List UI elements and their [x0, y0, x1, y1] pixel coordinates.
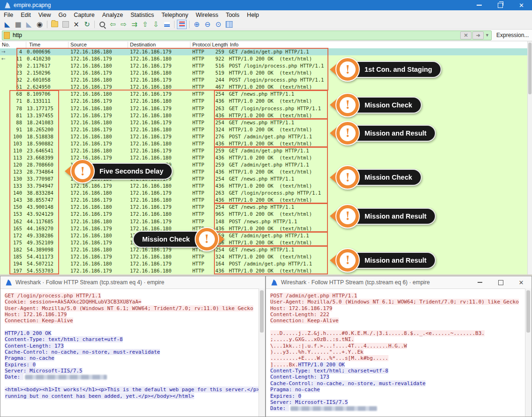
packet-row[interactable]: 718.133111172.16.186.179172.16.186.180HT…: [0, 98, 527, 105]
menu-capture[interactable]: Capture: [70, 10, 98, 19]
packet-row[interactable]: 232.150296172.16.186.179172.16.186.180HT…: [0, 69, 527, 76]
zoom-in-icon[interactable]: ⊕: [192, 20, 202, 29]
stream-scrollbar[interactable]: [258, 288, 265, 417]
expression-button[interactable]: Expression...: [496, 32, 529, 38]
packet-list-header[interactable]: No.TimeSourceDestinationProtocolLengthIn…: [0, 41, 532, 49]
display-filter-input[interactable]: http ✕ ➜ ▼: [2, 30, 492, 40]
column-divider[interactable]: [228, 42, 228, 49]
column-header-info[interactable]: Info: [230, 42, 238, 47]
go-to-packet-icon[interactable]: ⇉: [129, 20, 139, 29]
menu-telephony[interactable]: Telephony: [158, 10, 192, 19]
zoom-out-icon[interactable]: ⊖: [203, 20, 213, 29]
packet-row[interactable]: 13033.770987172.16.186.180172.16.186.179…: [0, 175, 527, 182]
packet-list-scrollbar[interactable]: [527, 41, 532, 274]
column-header-source[interactable]: Source: [70, 42, 87, 47]
column-header-length[interactable]: Length: [212, 42, 228, 47]
menu-view[interactable]: View: [35, 10, 55, 19]
packet-row[interactable]: 322.601058172.16.186.180172.16.186.179HT…: [0, 76, 527, 83]
column-divider[interactable]: [211, 42, 211, 49]
packet-row[interactable]: 13333.794947172.16.186.179172.16.186.180…: [0, 182, 527, 190]
stream-line: ...D.....j..Z.&j.h.....#0.K.E.M./.|3.i..…: [270, 330, 525, 336]
stream-line: Content-Type: text/html; charset=utf-8: [270, 368, 525, 374]
menu-file[interactable]: File: [0, 10, 17, 19]
menu-edit[interactable]: Edit: [17, 10, 35, 19]
packet-row[interactable]: 18254.389098172.16.186.180172.16.186.179…: [0, 246, 527, 253]
cell-no: 143: [0, 197, 22, 203]
column-header-no[interactable]: No.: [2, 42, 10, 47]
filter-apply-icon[interactable]: ➜: [472, 31, 484, 39]
find-packet-icon[interactable]: [97, 20, 107, 29]
menu-wireless[interactable]: Wireless: [192, 10, 222, 19]
capture-options-icon[interactable]: ◉: [35, 20, 45, 29]
menu-tools[interactable]: Tools: [222, 10, 243, 19]
packet-row[interactable]: 202.117617172.16.186.180172.16.186.179HT…: [0, 62, 527, 69]
stream-title-bar[interactable]: Wireshark · Follow HTTP Stream (tcp.stre…: [0, 276, 265, 289]
menu-statistics[interactable]: Statistics: [127, 10, 158, 19]
packet-row[interactable]: 10018.518838172.16.186.180172.16.186.179…: [0, 133, 527, 140]
stream-title-bar[interactable]: Wireshark · Follow HTTP Stream (tcp.stre…: [266, 276, 532, 289]
packet-row[interactable]: 612.624950172.16.186.179172.16.186.180HT…: [0, 83, 527, 91]
menu-analyze[interactable]: Analyze: [99, 10, 127, 19]
save-file-icon[interactable]: [61, 20, 70, 29]
column-header-destination[interactable]: Destination: [130, 42, 156, 47]
stream-content[interactable]: GET /login/process.php HTTP/1.1Cookie: s…: [0, 288, 259, 417]
minimize-button[interactable]: [469, 0, 490, 10]
packet-row[interactable]: 688.109706172.16.186.180172.16.186.179HT…: [0, 91, 527, 98]
packet-row[interactable]: 17549.352109172.16.186.179172.16.186.180…: [0, 239, 527, 246]
stream-close-button[interactable]: ✕: [511, 276, 532, 288]
packet-row[interactable]: 16244.117685172.16.186.180172.16.186.179…: [0, 218, 527, 225]
packet-row[interactable]: 8113.197455172.16.186.179172.16.186.180H…: [0, 112, 527, 119]
packet-row[interactable]: 16544.169270172.16.186.179172.16.186.180…: [0, 225, 527, 232]
start-capture-icon[interactable]: ◣: [2, 20, 12, 29]
packet-row[interactable]: 17249.338286172.16.186.180172.16.186.179…: [0, 232, 527, 239]
column-divider[interactable]: [190, 42, 190, 49]
zoom-reset-icon[interactable]: ⊙: [213, 20, 223, 29]
packet-row[interactable]: 12028.708660172.16.186.180172.16.186.179…: [0, 161, 527, 168]
go-down-icon[interactable]: ⇩: [151, 20, 161, 29]
column-divider[interactable]: [128, 42, 128, 49]
restore-button[interactable]: [490, 0, 511, 10]
stream-scrollbar[interactable]: [525, 288, 532, 417]
menu-go[interactable]: Go: [55, 10, 70, 19]
filter-clear-icon[interactable]: ✕: [460, 31, 471, 39]
stream-content[interactable]: POST /admin/get.php HTTP/1.1User-Agent: …: [266, 288, 525, 417]
packet-row[interactable]: 14338.855747172.16.186.179172.16.186.180…: [0, 197, 527, 204]
packet-row[interactable]: 11323.668399172.16.186.179172.16.186.180…: [0, 154, 527, 161]
go-back-icon[interactable]: ⇦: [108, 20, 118, 29]
packet-row[interactable]: 12328.734864172.16.186.179172.16.186.180…: [0, 168, 527, 175]
stream-minimize-button[interactable]: [470, 276, 490, 288]
menu-help[interactable]: Help: [243, 10, 263, 19]
go-forward-icon[interactable]: ⇨: [119, 20, 129, 29]
packet-row[interactable]: 14038.833284172.16.186.180172.16.186.179…: [0, 190, 527, 197]
packet-row[interactable]: 19754.553703172.16.186.179172.16.186.180…: [0, 267, 527, 274]
close-capture-icon[interactable]: ×: [71, 20, 81, 29]
colorize-icon[interactable]: [177, 20, 187, 29]
packet-row[interactable]: 110.410230172.16.186.179172.16.186.180HT…: [0, 55, 527, 62]
packet-row[interactable]: 11023.646541172.16.186.180172.16.186.179…: [0, 147, 527, 154]
packet-row[interactable]: 10318.590882172.16.186.179172.16.186.180…: [0, 140, 527, 147]
packet-row[interactable]: 15343.924129172.16.186.179172.16.186.180…: [0, 211, 527, 218]
packet-row[interactable]: 15043.900148172.16.186.180172.16.186.179…: [0, 204, 527, 211]
filter-dropdown-icon[interactable]: ▼: [485, 33, 489, 38]
column-header-time[interactable]: Time: [29, 42, 40, 47]
packet-row[interactable]: 40.000696172.16.186.180172.16.186.179HTT…: [0, 48, 527, 55]
reload-capture-icon[interactable]: ↻: [82, 20, 92, 29]
column-divider[interactable]: [68, 42, 68, 49]
column-divider[interactable]: [26, 42, 26, 49]
packet-row[interactable]: 8818.241083172.16.186.180172.16.186.179H…: [0, 119, 527, 126]
resize-columns-icon[interactable]: [224, 20, 234, 29]
packet-row[interactable]: 9118.265200172.16.186.179172.16.186.180H…: [0, 126, 527, 133]
stream-maximize-button[interactable]: [490, 276, 511, 288]
filter-bookmark-icon[interactable]: [4, 32, 10, 39]
column-header-protocol[interactable]: Protocol: [192, 42, 211, 47]
stop-capture-icon[interactable]: ■: [13, 20, 23, 29]
open-file-icon[interactable]: [50, 20, 60, 29]
close-button[interactable]: ✕: [511, 0, 532, 10]
go-bottom-icon[interactable]: [162, 20, 172, 29]
restart-capture-icon[interactable]: ◣: [24, 20, 34, 29]
packet-row[interactable]: 19454.507212172.16.186.180172.16.186.179…: [0, 260, 527, 267]
packet-row[interactable]: 7813.177175172.16.186.180172.16.186.179H…: [0, 105, 527, 112]
cell-dst: 172.16.186.179: [130, 120, 172, 125]
go-up-icon[interactable]: ⇧: [140, 20, 150, 29]
packet-row[interactable]: 18554.411173172.16.186.179172.16.186.180…: [0, 253, 527, 260]
